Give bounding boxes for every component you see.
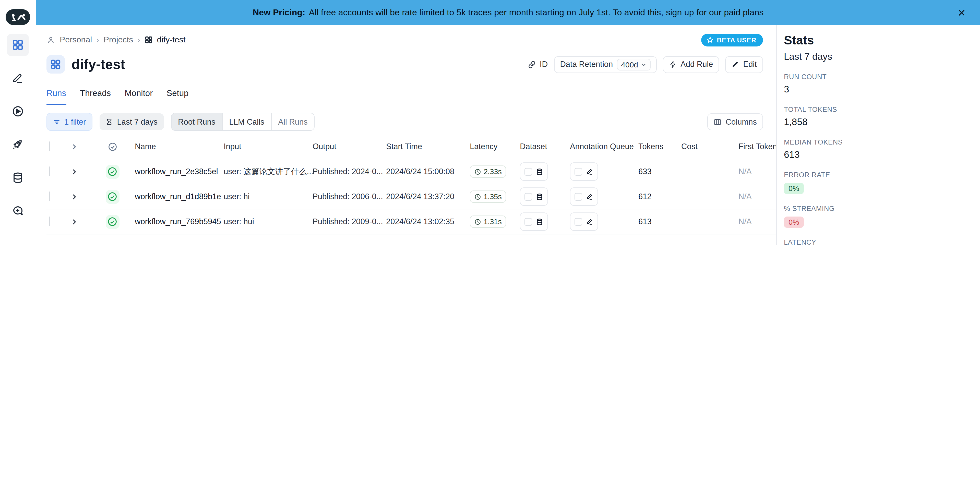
column-header-output[interactable]: Output bbox=[313, 142, 386, 151]
add-rule-label: Add Rule bbox=[681, 60, 713, 69]
table-row[interactable]: workflow_run_769b5945 user: hui Publishe… bbox=[46, 209, 776, 234]
column-header-latency[interactable]: Latency bbox=[470, 142, 520, 151]
annotation-checkbox[interactable] bbox=[574, 218, 582, 226]
person-icon bbox=[46, 35, 55, 44]
add-rule-button[interactable]: Add Rule bbox=[663, 56, 719, 73]
app-window: New Pricing: All free accounts will be r… bbox=[0, 0, 980, 245]
run-tokens: 612 bbox=[638, 192, 681, 201]
run-start-time: 2024/6/24 13:37:20 bbox=[386, 192, 470, 201]
tab-bar: Runs Threads Monitor Setup bbox=[46, 81, 776, 105]
run-tokens: 613 bbox=[638, 217, 681, 226]
star-icon bbox=[706, 36, 714, 44]
data-retention-button[interactable]: Data Retention 400d bbox=[554, 56, 657, 73]
column-header-annotation-queue[interactable]: Annotation Queue bbox=[570, 142, 638, 151]
chevron-right-icon: › bbox=[138, 36, 140, 44]
column-header-name[interactable]: Name bbox=[135, 142, 224, 151]
breadcrumb-projects[interactable]: Projects bbox=[104, 35, 133, 45]
tab-monitor[interactable]: Monitor bbox=[125, 88, 153, 105]
latency-label: LATENCY bbox=[784, 239, 972, 245]
row-checkbox[interactable] bbox=[49, 217, 50, 226]
sidebar-item-feedback[interactable] bbox=[6, 200, 29, 222]
sign-up-link[interactable]: sign up bbox=[666, 7, 694, 18]
segment-llm-calls[interactable]: LLM Calls bbox=[223, 113, 271, 130]
error-rate-badge: 0% bbox=[784, 183, 804, 194]
link-icon bbox=[527, 60, 536, 69]
filter-count-button[interactable]: 1 filter bbox=[46, 113, 92, 131]
add-to-annotation-queue-button[interactable] bbox=[570, 162, 598, 181]
banner-message: All free accounts will be rate limited t… bbox=[309, 7, 663, 18]
latency-badge: 2.33s bbox=[470, 166, 506, 178]
total-tokens-value: 1,858 bbox=[784, 116, 972, 128]
banner-bold: New Pricing: bbox=[253, 7, 305, 18]
median-tokens-value: 613 bbox=[784, 149, 972, 160]
streaming-label: % STREAMING bbox=[784, 205, 972, 212]
add-to-dataset-button[interactable] bbox=[520, 162, 548, 181]
run-input: user: hi bbox=[224, 192, 313, 201]
row-checkbox[interactable] bbox=[49, 167, 50, 176]
add-to-annotation-queue-button[interactable] bbox=[570, 212, 598, 231]
median-tokens-label: MEDIAN TOKENS bbox=[784, 139, 972, 146]
columns-button[interactable]: Columns bbox=[707, 113, 763, 130]
langsmith-logo[interactable] bbox=[6, 9, 30, 25]
column-header-start-time[interactable]: Start Time bbox=[386, 142, 470, 151]
hourglass-icon bbox=[106, 118, 113, 126]
sidebar-item-deployments[interactable] bbox=[6, 133, 29, 156]
add-to-dataset-button[interactable] bbox=[520, 212, 548, 231]
run-output: Published: 2009-0... bbox=[313, 217, 386, 226]
run-count-label: RUN COUNT bbox=[784, 73, 972, 81]
run-output: Published: 2024-0... bbox=[313, 167, 386, 176]
table-row[interactable]: workflow_run_2e38c5el user: 这篇论文讲了什么... … bbox=[46, 159, 776, 184]
stats-subtitle: Last 7 days bbox=[784, 51, 972, 62]
segment-root-runs[interactable]: Root Runs bbox=[171, 113, 223, 130]
column-header-dataset[interactable]: Dataset bbox=[520, 142, 570, 151]
run-name[interactable]: workflow_run_d1d89b1e bbox=[135, 192, 224, 201]
column-header-cost[interactable]: Cost bbox=[681, 142, 738, 151]
expand-row-button[interactable] bbox=[67, 168, 90, 175]
chevron-down-icon bbox=[641, 62, 646, 67]
tab-runs[interactable]: Runs bbox=[46, 88, 66, 105]
table-row[interactable]: workflow_run_d1d89b1e user: hi Published… bbox=[46, 184, 776, 209]
time-range-button[interactable]: Last 7 days bbox=[100, 113, 164, 130]
expand-row-button[interactable] bbox=[67, 193, 90, 200]
columns-icon bbox=[713, 118, 722, 126]
tab-threads[interactable]: Threads bbox=[80, 88, 111, 105]
annotation-checkbox[interactable] bbox=[574, 193, 582, 201]
beta-badge-label: BETA USER bbox=[717, 36, 756, 44]
success-status-icon bbox=[105, 165, 119, 178]
data-retention-select[interactable]: 400d bbox=[617, 59, 651, 70]
annotation-checkbox[interactable] bbox=[574, 168, 582, 175]
expand-row-button[interactable] bbox=[67, 218, 90, 225]
breadcrumb-personal[interactable]: Personal bbox=[60, 35, 92, 45]
dataset-checkbox[interactable] bbox=[525, 168, 532, 175]
run-name[interactable]: workflow_run_2e38c5el bbox=[135, 167, 224, 176]
column-header-input[interactable]: Input bbox=[224, 142, 313, 151]
status-column-header bbox=[90, 142, 135, 151]
sidebar-item-playground[interactable] bbox=[6, 100, 29, 123]
add-to-dataset-button[interactable] bbox=[520, 188, 548, 206]
segment-all-runs[interactable]: All Runs bbox=[271, 113, 314, 130]
add-to-annotation-queue-button[interactable] bbox=[570, 188, 598, 206]
select-all-checkbox[interactable] bbox=[49, 142, 50, 151]
sidebar-item-annotations[interactable] bbox=[6, 67, 29, 89]
banner-close-button[interactable] bbox=[956, 7, 967, 18]
beta-user-badge[interactable]: BETA USER bbox=[701, 33, 763, 46]
row-checkbox[interactable] bbox=[49, 191, 50, 201]
database-icon bbox=[536, 218, 543, 226]
copy-id-button[interactable]: ID bbox=[527, 60, 548, 69]
dataset-checkbox[interactable] bbox=[525, 193, 532, 201]
run-first-token: N/A bbox=[738, 217, 776, 226]
dataset-checkbox[interactable] bbox=[525, 218, 532, 226]
tab-setup[interactable]: Setup bbox=[167, 88, 188, 105]
success-status-icon bbox=[105, 190, 119, 204]
column-header-first-token[interactable]: First Token (ms) bbox=[738, 142, 776, 151]
pencil-icon bbox=[586, 218, 593, 226]
database-icon bbox=[536, 168, 543, 175]
run-name[interactable]: workflow_run_769b5945 bbox=[135, 217, 224, 226]
pricing-banner: New Pricing: All free accounts will be r… bbox=[36, 0, 980, 25]
sidebar-item-projects[interactable] bbox=[6, 34, 29, 56]
run-start-time: 2024/6/24 15:00:08 bbox=[386, 167, 470, 176]
grid-icon bbox=[145, 36, 153, 44]
edit-button[interactable]: Edit bbox=[725, 56, 763, 73]
sidebar-item-datasets[interactable] bbox=[6, 167, 29, 189]
column-header-tokens[interactable]: Tokens bbox=[638, 142, 681, 151]
